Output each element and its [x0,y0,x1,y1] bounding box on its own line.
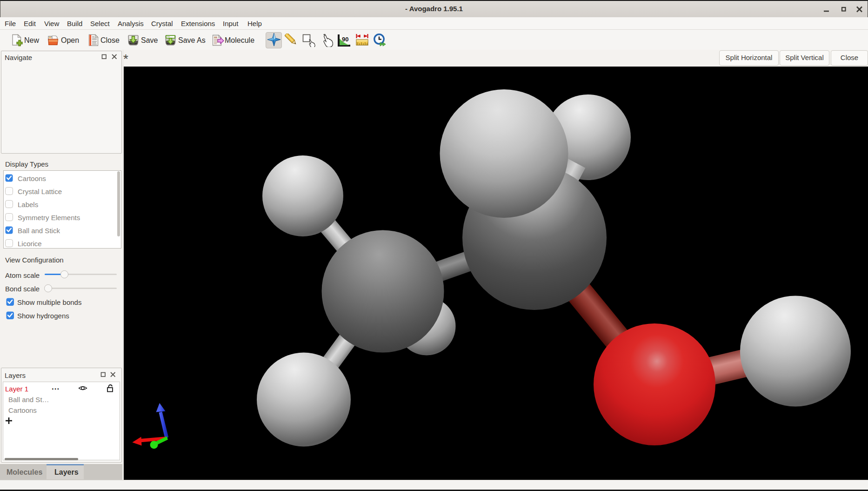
svg-text:90: 90 [342,36,348,43]
